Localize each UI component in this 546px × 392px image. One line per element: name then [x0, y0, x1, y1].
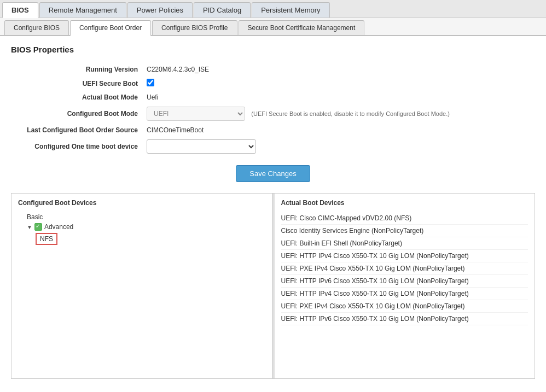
actual-device-8: UEFI: HTTP IPv6 Cisco X550-TX 10 Gig LOM…: [281, 313, 528, 325]
tab-bios[interactable]: BIOS: [2, 2, 38, 18]
running-version-value: C220M6.4.2.3c0_ISE: [142, 63, 535, 76]
tree-item-basic: Basic: [27, 212, 265, 222]
configured-boot-mode-row: Configured Boot Mode UEFI (UEFI Secure B…: [11, 104, 535, 124]
sub-tab-secure-boot[interactable]: Secure Boot Certificate Management: [239, 20, 365, 35]
actual-device-4: UEFI: PXE IPv4 Cisco X550-TX 10 Gig LOM …: [281, 262, 528, 275]
actual-device-7: UEFI: PXE IPv4 Cisco X550-TX 10 Gig LOM …: [281, 300, 528, 313]
one-time-boot-select[interactable]: [147, 139, 256, 154]
tree-item-nfs[interactable]: NFS: [36, 232, 265, 246]
advanced-green-check-icon: [34, 223, 42, 231]
actual-device-6: UEFI: HTTP IPv4 Cisco X550-TX 10 Gig LOM…: [281, 288, 528, 300]
actual-device-2: UEFI: Built-in EFI Shell (NonPolicyTarge…: [281, 237, 528, 250]
actual-boot-mode-value: Uefi: [142, 91, 535, 104]
actual-boot-mode-label: Actual Boot Mode: [11, 91, 142, 104]
advanced-label: Advanced: [44, 223, 73, 231]
boot-panels-container: Configured Boot Devices Basic ▼ Advanced…: [11, 193, 535, 379]
bios-properties-form: Running Version C220M6.4.2.3c0_ISE UEFI …: [11, 63, 535, 156]
configured-boot-devices-panel: Configured Boot Devices Basic ▼ Advanced…: [11, 194, 272, 378]
uefi-secure-boot-value: [142, 76, 535, 91]
page-title: BIOS Properties: [11, 45, 535, 54]
tree-item-advanced[interactable]: ▼ Advanced: [27, 222, 265, 232]
tab-persistent-memory[interactable]: Persistent Memory: [252, 2, 329, 17]
running-version-label: Running Version: [11, 63, 142, 76]
tab-remote-management[interactable]: Remote Management: [39, 2, 126, 17]
actual-device-0: UEFI: Cisco CIMC-Mapped vDVD2.00 (NFS): [281, 212, 528, 225]
last-configured-label: Last Configured Boot Order Source: [11, 124, 142, 137]
actual-boot-devices-panel: Actual Boot Devices UEFI: Cisco CIMC-Map…: [275, 194, 535, 378]
last-configured-row: Last Configured Boot Order Source CIMCOn…: [11, 124, 535, 137]
configured-boot-mode-select: UEFI: [147, 107, 245, 121]
configured-boot-mode-value: UEFI (UEFI Secure Boot is enabled, disab…: [142, 104, 535, 124]
actual-boot-mode-row: Actual Boot Mode Uefi: [11, 91, 535, 104]
uefi-secure-boot-row: UEFI Secure Boot: [11, 76, 535, 91]
top-tabs-container: BIOS Remote Management Power Policies PI…: [0, 0, 546, 18]
actual-device-3: UEFI: HTTP IPv4 Cisco X550-TX 10 Gig LOM…: [281, 250, 528, 262]
tab-pid-catalog[interactable]: PID Catalog: [194, 2, 251, 17]
uefi-secure-boot-label: UEFI Secure Boot: [11, 76, 142, 91]
tab-power-policies[interactable]: Power Policies: [127, 2, 193, 17]
one-time-boot-row: Configured One time boot device: [11, 137, 535, 156]
actual-boot-devices-header: Actual Boot Devices: [281, 199, 528, 207]
configured-boot-mode-hint: (UEFI Secure Boot is enabled, disable it…: [251, 110, 450, 117]
actual-device-1: Cisco Identity Services Engine (NonPolic…: [281, 225, 528, 237]
sub-tabs-container: Configure BIOS Configure Boot Order Conf…: [0, 18, 546, 36]
sub-tab-configure-bios-profile[interactable]: Configure BIOS Profile: [152, 20, 237, 35]
sub-tab-configure-bios[interactable]: Configure BIOS: [4, 20, 69, 35]
save-changes-button[interactable]: Save Changes: [236, 165, 310, 182]
running-version-row: Running Version C220M6.4.2.3c0_ISE: [11, 63, 535, 76]
configured-boot-devices-header: Configured Boot Devices: [18, 199, 265, 207]
actual-device-5: UEFI: HTTP IPv6 Cisco X550-TX 10 Gig LOM…: [281, 275, 528, 288]
basic-label: Basic: [27, 213, 43, 221]
nfs-label[interactable]: NFS: [36, 233, 57, 245]
main-content: BIOS Properties Running Version C220M6.4…: [0, 36, 546, 392]
sub-tab-configure-boot-order[interactable]: Configure Boot Order: [70, 20, 151, 36]
configured-boot-mode-label: Configured Boot Mode: [11, 104, 142, 124]
last-configured-value: CIMCOneTimeBoot: [142, 124, 535, 137]
advanced-toggle-icon[interactable]: ▼: [27, 224, 32, 230]
one-time-boot-value: [142, 137, 535, 156]
one-time-boot-label: Configured One time boot device: [11, 137, 142, 156]
uefi-secure-boot-checkbox[interactable]: [147, 79, 154, 86]
